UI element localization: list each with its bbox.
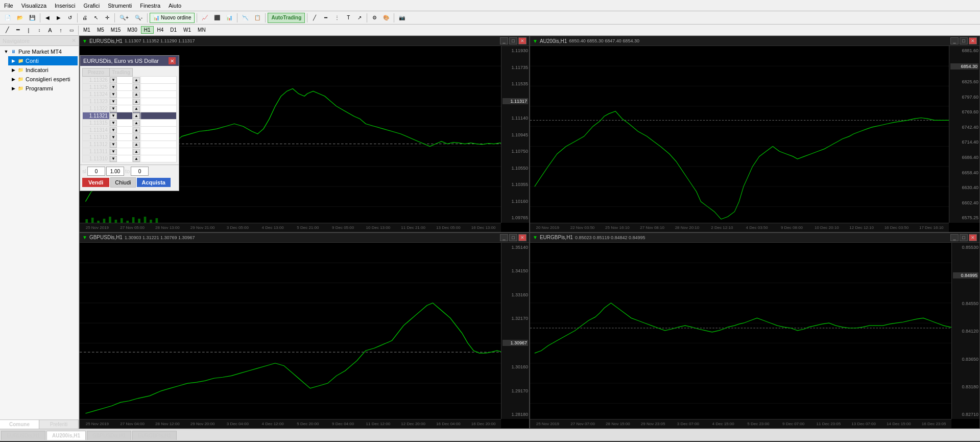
menu-visualizza[interactable]: Visualizza	[17, 2, 51, 10]
arrow-btn2[interactable]: ↗	[354, 13, 365, 23]
chiudi-button[interactable]: Chiudi	[110, 177, 135, 188]
price-row-9[interactable]: 1.11312▼▲	[83, 141, 177, 148]
arrow-up-10[interactable]: ▲	[133, 148, 141, 155]
nav-item-root[interactable]: ▼ 🖥 Pure Market MT4	[1, 47, 78, 56]
tf-h1[interactable]: H1	[141, 26, 154, 34]
btn-up-1[interactable]: ▲	[133, 84, 140, 90]
lot-input[interactable]	[106, 167, 124, 176]
btn-up-2[interactable]: ▲	[133, 91, 140, 98]
save-btn[interactable]: 💾	[27, 13, 38, 23]
arrow-up-0[interactable]: ▲	[133, 77, 141, 84]
arrow-up-8[interactable]: ▲	[133, 134, 141, 141]
menu-strumenti[interactable]: Strumenti	[104, 2, 136, 10]
tab-eurusd[interactable]: EURUSDis,H1	[1, 431, 45, 440]
btn-down-7[interactable]: ▼	[110, 127, 117, 133]
btn-up-4[interactable]: ▲	[133, 106, 140, 112]
btn-up-11[interactable]: ▲	[133, 156, 140, 162]
nav-item-conti[interactable]: ▶ 📁 Conti	[8, 56, 78, 65]
tf-m1[interactable]: M1	[80, 26, 93, 34]
menu-inserisci[interactable]: Inserisci	[51, 2, 79, 10]
chart-au200-minimize[interactable]: _	[950, 37, 959, 44]
arrow-down-11[interactable]: ▼	[109, 155, 132, 162]
price-row-1[interactable]: 1.11325▼▲	[83, 84, 177, 91]
arrow-up-11[interactable]: ▲	[133, 155, 141, 162]
arrow-tool[interactable]: ↑	[56, 25, 66, 35]
tab-au200[interactable]: AU200is,H1	[46, 431, 86, 440]
arrow-up-6[interactable]: ▲	[133, 120, 141, 127]
cursor-btn[interactable]: ↖	[91, 13, 101, 23]
arrow-down-0[interactable]: ▼	[109, 77, 132, 84]
btn-down-5[interactable]: ▼	[110, 113, 117, 119]
rect-tool[interactable]: ▭	[66, 25, 77, 35]
btn-down-10[interactable]: ▼	[110, 149, 117, 155]
bar-btn[interactable]: ⬛	[211, 13, 223, 23]
chart-eurusd-minimize[interactable]: _	[500, 37, 508, 44]
open-btn[interactable]: 📂	[14, 13, 26, 23]
tp-input[interactable]	[131, 167, 149, 176]
btn-up-5[interactable]: ▲	[133, 113, 140, 119]
nav-tab-comune[interactable]: Comune	[0, 420, 39, 429]
zoom-in-btn[interactable]: 🔍+	[117, 13, 131, 23]
btn-up-6[interactable]: ▲	[133, 120, 140, 126]
new-btn[interactable]: 📄	[2, 13, 13, 23]
chart-eurgbp-minimize[interactable]: _	[950, 234, 959, 241]
line-btn[interactable]: ╱	[309, 13, 320, 23]
price-row-3[interactable]: 1.11323▼▲	[83, 98, 177, 105]
tf-h4[interactable]: H4	[154, 26, 167, 34]
price-row-4[interactable]: 1.11322▼▲	[83, 105, 177, 112]
acquista-button[interactable]: Acquista	[137, 178, 171, 187]
price-row-7[interactable]: 1.11314▼▲	[83, 127, 177, 134]
menu-file[interactable]: File	[0, 2, 17, 10]
zoom-out-btn[interactable]: 🔍-	[132, 13, 145, 23]
arrow-down-8[interactable]: ▼	[109, 134, 132, 141]
tf-mn[interactable]: MN	[195, 26, 209, 34]
nav-item-indicatori[interactable]: ▶ 📁 Indicatori	[8, 65, 78, 75]
chart-eurgbp-close[interactable]: ✕	[969, 234, 977, 241]
btn-up-3[interactable]: ▲	[133, 99, 140, 105]
tf-m30[interactable]: M30	[124, 26, 140, 34]
tf-m15[interactable]: M15	[108, 26, 124, 34]
arrow-down-3[interactable]: ▼	[109, 98, 132, 105]
dialog-title-bar[interactable]: EURUSDis, Euro vs US Dollar ✕	[80, 56, 179, 66]
chart-au200-body[interactable]: 6881.60 6854.30 6825.60 6797.60 6769.60 …	[530, 46, 979, 232]
vline-tool[interactable]: |	[23, 25, 34, 35]
price-row-11[interactable]: 1.11310▼▲	[83, 155, 177, 162]
price-row-10[interactable]: 1.11311▼▲	[83, 148, 177, 155]
arrow-up-3[interactable]: ▲	[133, 98, 141, 105]
chart-gbpusd-close[interactable]: ✕	[518, 234, 527, 241]
price-row-6[interactable]: 1.11315▼▲	[83, 120, 177, 127]
chart-eurusd-maximize[interactable]: □	[509, 37, 517, 44]
arrow-down-7[interactable]: ▼	[109, 127, 132, 134]
price-row-5[interactable]: 1.11321▼▲	[83, 112, 177, 120]
arrow-down-4[interactable]: ▼	[109, 105, 132, 112]
forward-btn[interactable]: ▶	[54, 13, 64, 23]
nav-tab-preferiti[interactable]: Preferiti	[39, 420, 79, 429]
arrow-down-6[interactable]: ▼	[109, 120, 132, 127]
navigator-close-icon[interactable]: ✕	[71, 37, 76, 44]
price-row-0[interactable]: 1.11326▼▲	[83, 77, 177, 84]
btn-down-1[interactable]: ▼	[110, 84, 117, 90]
arrow-up-5[interactable]: ▲	[133, 112, 141, 120]
arrow-down-9[interactable]: ▼	[109, 141, 132, 148]
btn-up-7[interactable]: ▲	[133, 127, 140, 133]
menu-finestra[interactable]: Finestra	[136, 2, 164, 10]
text-btn[interactable]: T	[343, 13, 353, 23]
btn-down-3[interactable]: ▼	[110, 99, 117, 105]
line-tool[interactable]: ╱	[2, 25, 12, 35]
back-btn[interactable]: ◀	[42, 13, 53, 23]
fib-btn[interactable]: ⋮	[332, 13, 342, 23]
btn-down-11[interactable]: ▼	[110, 156, 117, 162]
menu-aiuto[interactable]: Aiuto	[164, 2, 185, 10]
tab-eurgbp[interactable]: EURGBPis,H1	[132, 431, 177, 440]
menu-grafici[interactable]: Grafici	[79, 2, 104, 10]
indicator-btn[interactable]: 📉	[240, 13, 251, 23]
arrow-up-2[interactable]: ▲	[133, 91, 141, 98]
chart-au200-maximize[interactable]: □	[960, 37, 968, 44]
chart-au200-close[interactable]: ✕	[969, 37, 977, 44]
fib-tool[interactable]: ↕	[34, 25, 44, 35]
sl-input[interactable]	[87, 167, 105, 176]
hline-tool[interactable]: ━	[13, 25, 23, 35]
btn-down-0[interactable]: ▼	[110, 77, 117, 83]
candle-btn[interactable]: 📊	[224, 13, 235, 23]
arrow-down-2[interactable]: ▼	[109, 91, 132, 98]
